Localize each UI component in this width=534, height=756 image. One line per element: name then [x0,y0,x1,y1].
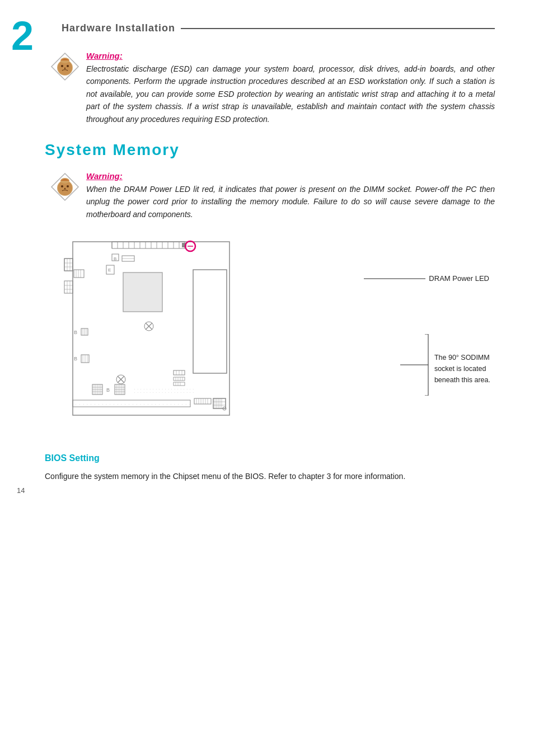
board-diagram: B E B B [62,236,274,426]
svg-point-12 [64,188,65,189]
bios-text: Configure the system memory in the Chips… [45,470,495,483]
header-line [181,28,495,29]
warning-icon-2 [50,172,79,201]
warning-block-2: Warning: When the DRAM Power LED lit red… [50,171,495,220]
bios-section: BIOS Setting Configure the system memory… [45,453,495,483]
svg-rect-72 [174,377,185,381]
header-title: Hardware Installation [62,22,175,34]
svg-text:· · · · · · · · · · · · · · · : · · · · · · · · · · · · · · · · · · · · … [76,402,191,406]
svg-point-10 [61,185,63,187]
page-header: Hardware Installation [62,22,495,34]
svg-point-4 [67,65,69,67]
svg-rect-77 [174,382,185,386]
svg-point-5 [64,68,65,69]
svg-rect-53 [123,273,162,312]
svg-point-11 [67,185,69,187]
chapter-number: 2 [11,16,34,56]
warning-content-1: Warning: Electrostatic discharge (ESD) c… [86,51,495,125]
sodimm-label: The 90° SODIMM socket is located beneath… [400,334,490,396]
svg-text:B: B [74,330,77,335]
svg-text:-: - [189,246,191,251]
svg-text:B: B [114,256,116,261]
warning-block-1: Warning: Electrostatic discharge (ESD) c… [50,51,495,125]
svg-text:B: B [106,387,110,393]
dram-led-text: DRAM Power LED [429,274,489,283]
svg-rect-32 [64,259,73,271]
svg-rect-38 [64,281,73,293]
svg-text:B: B [74,356,77,361]
warning-text-2: When the DRAM Power LED lit red, it indi… [86,183,495,220]
warning-content-2: Warning: When the DRAM Power LED lit red… [86,171,495,220]
svg-rect-43 [74,270,84,278]
dram-led-label: DRAM Power LED [364,274,489,283]
svg-point-3 [61,65,63,67]
sodimm-text-3: beneath this area. [434,374,490,386]
svg-rect-62 [193,270,227,373]
svg-text:E: E [108,267,111,273]
svg-rect-105 [194,398,211,404]
section-title: System Memory [45,141,495,159]
svg-text:· · · · · · · · · · · · · · · : · · · · · · · · · · · · · · · · · · · · [134,391,194,394]
warning-icon-1 [50,52,79,81]
warning-title-1: Warning: [86,51,495,60]
bios-title: BIOS Setting [45,453,495,463]
sodimm-text-2: socket is located [434,363,490,374]
warning-title-2: Warning: [86,171,495,181]
svg-text:· · · · · · · · · · · · · · · : · · · · · · · · · · · · · · · · · · · · [134,388,194,391]
diagram-container: B E B B [45,236,495,438]
svg-rect-15 [112,242,185,248]
sodimm-text-1: The 90° SODIMM [434,352,490,363]
warning-text-1: Electrostatic discharge (ESD) can damage… [86,63,495,125]
svg-rect-33 [64,259,73,271]
page-number: 14 [17,486,25,495]
